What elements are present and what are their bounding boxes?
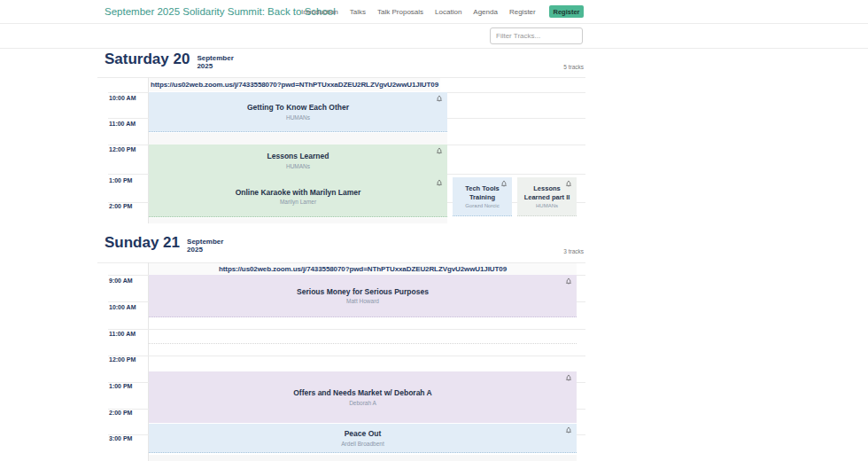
nav-item-agenda[interactable]: Agenda xyxy=(473,8,498,16)
event-speaker: Matt Howard xyxy=(346,298,379,304)
time-label: 9:00 AM xyxy=(109,277,133,284)
bell-icon xyxy=(436,147,443,154)
event-peace-out[interactable]: Peace Out Ardell Broadbent xyxy=(149,424,577,453)
event-speaker: HUMANs xyxy=(536,203,558,208)
time-label: 10:00 AM xyxy=(109,304,136,310)
tracks-count-sunday: 3 tracks xyxy=(541,248,584,254)
time-label: 2:00 PM xyxy=(109,410,132,416)
nav-item-introduction[interactable]: Introduction xyxy=(301,8,338,16)
event-title: Online Karaoke with Marilyn Lamer xyxy=(236,188,361,198)
time-label: 1:00 PM xyxy=(109,177,132,184)
nav-item-talk-proposals[interactable]: Talk Proposals xyxy=(377,8,423,16)
event-getting-to-know-each-other[interactable]: Getting To Know Each Other HUMANs xyxy=(149,92,447,132)
hour-line xyxy=(108,329,585,330)
event-speaker: HUMANs xyxy=(286,114,310,121)
time-label: 1:00 PM xyxy=(109,383,132,389)
event-serious-money[interactable]: Serious Money for Serious Purposes Matt … xyxy=(149,275,577,317)
bell-icon xyxy=(436,179,443,186)
event-speaker: Marilyn Lamer xyxy=(280,199,316,205)
time-label: 12:00 PM xyxy=(109,146,136,152)
event-speaker: Gorazd Norcic xyxy=(465,203,499,208)
time-label: 3:00 PM xyxy=(109,435,132,441)
bell-icon xyxy=(500,180,508,187)
event-title: Peace Out xyxy=(345,429,382,439)
day-name: Sunday 21 xyxy=(105,235,180,252)
time-label: 2:00 PM xyxy=(109,203,132,209)
zoom-link-sunday[interactable]: https://us02web.zoom.us/j/7433558070?pwd… xyxy=(149,263,577,275)
event-tech-tools-training[interactable]: Tech Tools Training Gorazd Norcic xyxy=(453,177,512,216)
zoom-link-saturday[interactable]: https://us02web.zoom.us/j/7433558070?pwd… xyxy=(149,78,440,91)
main-nav: Introduction Talks Talk Proposals Locati… xyxy=(301,8,536,16)
bell-icon xyxy=(565,426,572,434)
filter-bar xyxy=(0,25,868,49)
tracks-count-saturday: 5 tracks xyxy=(541,64,584,70)
gap-strip xyxy=(149,133,447,145)
nav-item-location[interactable]: Location xyxy=(435,8,461,16)
schedule-page: September 2025 Solidarity Summit: Back t… xyxy=(0,0,868,461)
time-label: 11:00 AM xyxy=(109,331,136,337)
bell-icon xyxy=(565,180,572,187)
event-title: Tech Tools Training xyxy=(458,184,507,201)
gap-strip xyxy=(149,455,577,461)
gap-strip xyxy=(149,218,447,223)
hour-line xyxy=(108,356,585,356)
event-lessons-learned[interactable]: Lessons Learned HUMANs xyxy=(149,145,447,176)
day-name: Saturday 20 xyxy=(105,51,190,68)
nav-item-talks[interactable]: Talks xyxy=(350,8,366,16)
day-heading-saturday: Saturday 20 September 2025 xyxy=(105,51,234,70)
day-heading-sunday: Sunday 21 September 2025 xyxy=(105,235,223,254)
time-label: 11:00 AM xyxy=(109,121,136,127)
day-monthyear: September 2025 xyxy=(197,51,233,70)
event-online-karaoke[interactable]: Online Karaoke with Marilyn Lamer Marily… xyxy=(149,176,447,217)
dotted-separator xyxy=(149,343,577,344)
event-lessons-learned-part-2[interactable]: Lessons Learned part II HUMANs xyxy=(517,177,577,216)
bell-icon xyxy=(565,277,572,285)
event-speaker: Deborah A xyxy=(349,400,376,406)
event-speaker: HUMANs xyxy=(286,163,310,169)
event-title: Lessons Learned xyxy=(267,152,329,161)
event-title: Lessons Learned part II xyxy=(523,184,571,201)
filter-tracks-input[interactable] xyxy=(490,27,583,44)
time-label: 10:00 AM xyxy=(109,95,136,101)
time-label: 12:00 PM xyxy=(109,356,136,363)
event-title: Getting To Know Each Other xyxy=(247,103,349,113)
event-speaker: Ardell Broadbent xyxy=(341,441,384,447)
event-offers-and-needs-market[interactable]: Offers and Needs Market w/ Deborah A Deb… xyxy=(149,371,577,423)
bell-icon xyxy=(436,95,443,102)
event-title: Offers and Needs Market w/ Deborah A xyxy=(293,388,432,398)
day-monthyear: September 2025 xyxy=(187,235,223,254)
nav-item-register[interactable]: Register xyxy=(509,8,536,16)
register-button[interactable]: Register xyxy=(549,5,584,18)
event-title: Serious Money for Serious Purposes xyxy=(297,287,429,297)
bell-icon xyxy=(565,374,572,381)
